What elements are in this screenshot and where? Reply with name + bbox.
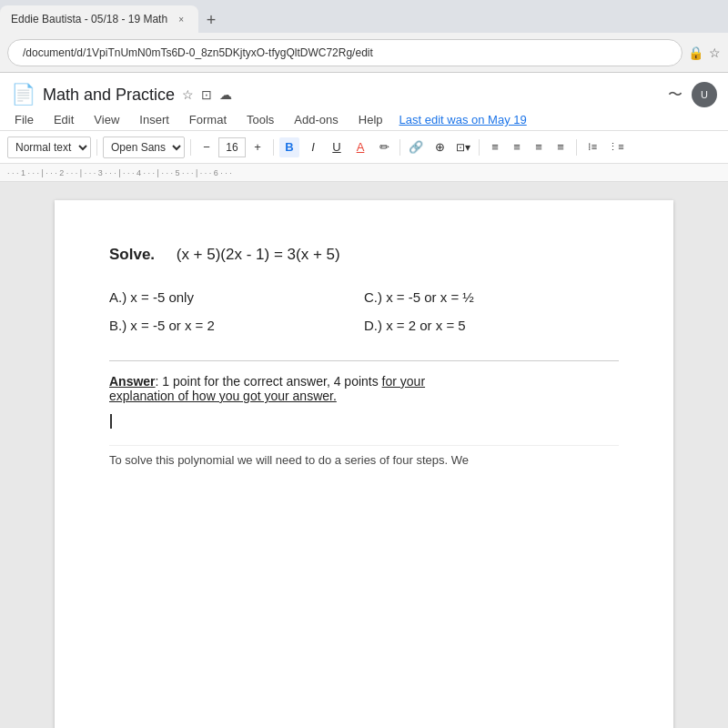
answer-text2: explanation of how you got your answer. [109, 389, 337, 403]
last-edit-text[interactable]: Last edit was on May 19 [399, 113, 527, 126]
user-avatar[interactable]: U [692, 82, 717, 107]
lock-icon[interactable]: 🔒 [688, 46, 703, 60]
bold-button[interactable]: B [279, 137, 299, 157]
solve-problem: Solve. (x + 5)(2x - 1) = 3(x + 5) [109, 246, 619, 264]
star-icon[interactable]: ☆ [182, 87, 194, 102]
menu-edit[interactable]: Edit [50, 111, 77, 128]
line-spacing-button[interactable]: ⁞≡ [582, 137, 602, 157]
font-dropdown[interactable]: Open Sans [103, 136, 185, 158]
tab-close-button[interactable]: × [175, 13, 187, 25]
toolbar-separator-5 [479, 139, 480, 156]
font-size-increase[interactable]: + [248, 137, 268, 157]
toolbar-separator-2 [190, 139, 191, 156]
option-a: A.) x = -5 only [109, 289, 364, 305]
docs-title-icons: ☆ ⊡ ☁ [182, 87, 232, 102]
font-size-control: − 16 + [197, 137, 268, 157]
cloud-icon[interactable]: ☁ [219, 87, 232, 102]
answer-underline: for your [382, 374, 425, 389]
image-button[interactable]: ⊡▾ [453, 137, 473, 157]
align-buttons: ≡ ≡ ≡ ≡ [485, 137, 571, 157]
align-justify-button[interactable]: ≡ [551, 137, 571, 157]
address-bar: /document/d/1VpiTnUmN0mTs6D-0_8zn5DKjtyx… [0, 33, 728, 73]
link-button[interactable]: 🔗 [406, 137, 426, 157]
new-tab-button[interactable]: + [198, 7, 224, 33]
answer-label: Answer [109, 374, 156, 389]
text-color-button[interactable]: A [350, 137, 370, 157]
tab-title: Eddie Bautista - 05/18 - 19 Math [11, 13, 167, 25]
doc-footer: To solve this polynomial we will need to… [109, 445, 619, 467]
toolbar-separator-6 [576, 139, 577, 156]
menu-format[interactable]: Format [186, 111, 230, 128]
ruler: · · · 1 · · · | · · · 2 · · · | · · · 3 … [0, 164, 728, 182]
footer-text: To solve this polynomial we will need to… [109, 453, 469, 467]
style-dropdown[interactable]: Normal text [7, 136, 91, 158]
menu-file[interactable]: File [11, 111, 37, 128]
italic-button[interactable]: I [303, 137, 323, 157]
cursor [110, 414, 112, 429]
docs-title: Math and Practice [43, 86, 175, 105]
comment-button[interactable]: ⊕ [430, 137, 450, 157]
address-input[interactable]: /document/d/1VpiTnUmN0mTs6D-0_8zn5DKjtyx… [7, 39, 682, 66]
align-center-button[interactable]: ≡ [507, 137, 527, 157]
move-icon[interactable]: ⊡ [201, 87, 212, 102]
answer-text: : 1 point for the correct answer, 4 poin… [156, 374, 382, 389]
docs-menu-row: File Edit View Insert Format Tools Add-o… [11, 109, 717, 130]
section-divider [109, 360, 619, 361]
docs-header: 📄 Math and Practice ☆ ⊡ ☁ 〜 U File Edit … [0, 73, 728, 131]
trend-icon[interactable]: 〜 [668, 86, 682, 105]
menu-view[interactable]: View [90, 111, 123, 128]
menu-tools[interactable]: Tools [243, 111, 278, 128]
option-b: B.) x = -5 or x = 2 [109, 318, 364, 333]
text-cursor-area[interactable] [109, 412, 619, 429]
menu-addons[interactable]: Add-ons [290, 111, 341, 128]
formatting-toolbar: Normal text Open Sans − 16 + B I U A ✏ 🔗… [0, 131, 728, 164]
align-right-button[interactable]: ≡ [529, 137, 549, 157]
highlight-button[interactable]: ✏ [374, 137, 394, 157]
docs-title-row: 📄 Math and Practice ☆ ⊡ ☁ 〜 U [11, 78, 717, 109]
document-area[interactable]: Solve. (x + 5)(2x - 1) = 3(x + 5) A.) x … [0, 182, 728, 728]
address-text: /document/d/1VpiTnUmN0mTs6D-0_8zn5DKjtyx… [23, 46, 373, 59]
ruler-content: · · · 1 · · · | · · · 2 · · · | · · · 3 … [7, 168, 721, 177]
menu-insert[interactable]: Insert [136, 111, 173, 128]
option-c: C.) x = -5 or x = ½ [364, 289, 619, 305]
toolbar-separator-3 [273, 139, 274, 156]
address-icons: 🔒 ☆ [688, 46, 721, 60]
answer-section: Answer: 1 point for the correct answer, … [109, 374, 619, 403]
docs-logo-icon: 📄 [11, 83, 35, 106]
tab-bar: Eddie Bautista - 05/18 - 19 Math × + [0, 0, 728, 33]
list-button[interactable]: ⋮≡ [606, 137, 626, 157]
font-size-value[interactable]: 16 [218, 137, 246, 157]
toolbar-separator-4 [399, 139, 400, 156]
solve-equation: (x + 5)(2x - 1) = 3(x + 5) [177, 246, 340, 263]
align-left-button[interactable]: ≡ [485, 137, 505, 157]
font-size-decrease[interactable]: − [197, 137, 217, 157]
menu-help[interactable]: Help [355, 111, 387, 128]
active-tab[interactable]: Eddie Bautista - 05/18 - 19 Math × [0, 5, 198, 33]
solve-label: Solve. [109, 246, 155, 263]
bookmark-icon[interactable]: ☆ [709, 46, 721, 60]
toolbar-separator-1 [96, 139, 97, 156]
underline-button[interactable]: U [327, 137, 347, 157]
document-page: Solve. (x + 5)(2x - 1) = 3(x + 5) A.) x … [55, 200, 673, 728]
option-d: D.) x = 2 or x = 5 [364, 318, 619, 333]
answer-options: A.) x = -5 only C.) x = -5 or x = ½ B.) … [109, 289, 619, 333]
